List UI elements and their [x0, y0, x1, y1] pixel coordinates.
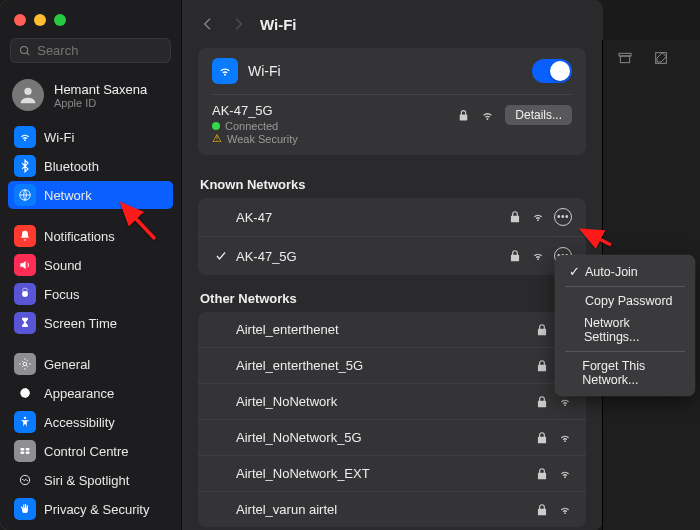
network-name: Airtel_enterthenet	[236, 322, 535, 337]
sidebar-item-label: Bluetooth	[44, 159, 99, 174]
sidebar-item-control-centre[interactable]: Control Centre	[8, 437, 173, 465]
user-sub: Apple ID	[54, 97, 147, 109]
sidebar-item-label: Network	[44, 188, 92, 203]
check-icon	[212, 250, 230, 262]
lock-icon	[535, 431, 549, 445]
hand-icon	[14, 498, 36, 520]
settings-window: Hemant Saxena Apple ID Wi-FiBluetoothNet…	[0, 0, 602, 530]
more-button[interactable]: •••	[554, 208, 572, 226]
current-network-name: AK-47_5G	[212, 103, 457, 118]
context-menu: ✓Auto-Join Copy Password Network Setting…	[555, 255, 695, 396]
bt-icon	[14, 155, 36, 177]
user-name: Hemant Saxena	[54, 82, 147, 97]
sidebar-item-appearance[interactable]: Appearance	[8, 379, 173, 407]
access-icon	[14, 411, 36, 433]
search-icon	[19, 44, 31, 58]
wifi-signal-icon	[558, 431, 572, 445]
lock-icon	[508, 210, 522, 224]
wifi-signal-icon	[558, 467, 572, 481]
sidebar-item-wi-fi[interactable]: Wi-Fi	[8, 123, 173, 151]
globe-icon	[14, 184, 36, 206]
network-name: Airtel_NoNetwork_EXT	[236, 466, 535, 481]
lock-icon	[535, 503, 549, 517]
page-title: Wi-Fi	[260, 16, 297, 33]
network-name: Airtel_varun airtel	[236, 502, 535, 517]
content-pane: Wi-Fi Wi-Fi AK-47_5G Connected ⚠Weak Sec…	[182, 0, 602, 530]
svg-line-1	[27, 52, 30, 55]
gear-icon	[14, 353, 36, 375]
siri-icon	[14, 469, 36, 491]
svg-rect-11	[26, 452, 30, 454]
compose-icon[interactable]	[653, 50, 669, 66]
minimize-button[interactable]	[34, 14, 46, 26]
sidebar-item-label: Notifications	[44, 229, 115, 244]
network-row[interactable]: Airtel_enterthenet	[198, 312, 586, 348]
sidebar-item-label: Focus	[44, 287, 79, 302]
header: Wi-Fi	[182, 0, 602, 42]
wifi-signal-icon	[558, 395, 572, 409]
search-field[interactable]	[10, 38, 171, 63]
lock-icon	[535, 359, 549, 373]
sidebar-item-siri-spotlight[interactable]: Siri & Spotlight	[8, 466, 173, 494]
svg-rect-8	[20, 448, 24, 450]
network-row[interactable]: Airtel_varun airtel	[198, 492, 586, 527]
network-row[interactable]: AK-47_5G•••	[198, 237, 586, 275]
sidebar-item-network[interactable]: Network	[8, 181, 173, 209]
status-dot-icon	[212, 122, 220, 130]
wifi-signal-icon	[558, 503, 572, 517]
sidebar-item-screen-time[interactable]: Screen Time	[8, 309, 173, 337]
menu-network-settings[interactable]: Network Settings...	[555, 312, 695, 348]
sidebar-item-label: Wi-Fi	[44, 130, 74, 145]
sidebar-item-bluetooth[interactable]: Bluetooth	[8, 152, 173, 180]
sidebar-item-sound[interactable]: Sound	[8, 251, 173, 279]
menu-forget-network[interactable]: Forget This Network...	[555, 355, 695, 391]
search-input[interactable]	[37, 43, 162, 58]
network-row[interactable]: Airtel_enterthenet_5G	[198, 348, 586, 384]
known-networks-list: AK-47•••AK-47_5G•••	[198, 198, 586, 275]
sidebar-item-notifications[interactable]: Notifications	[8, 222, 173, 250]
menu-auto-join[interactable]: ✓Auto-Join	[555, 260, 695, 283]
bell-icon	[14, 225, 36, 247]
wifi-toggle[interactable]	[532, 59, 572, 83]
network-row[interactable]: Airtel_NoNetwork_5G	[198, 420, 586, 456]
lock-icon	[535, 323, 549, 337]
wifi-icon	[14, 126, 36, 148]
sidebar-item-label: Appearance	[44, 386, 114, 401]
sidebar: Hemant Saxena Apple ID Wi-FiBluetoothNet…	[0, 0, 182, 530]
svg-rect-10	[20, 452, 24, 454]
sidebar-item-privacy-security[interactable]: Privacy & Security	[8, 495, 173, 523]
forward-button[interactable]	[230, 14, 246, 34]
sidebar-item-accessibility[interactable]: Accessibility	[8, 408, 173, 436]
wifi-signal-icon	[531, 210, 545, 224]
sidebar-item-label: Sound	[44, 258, 82, 273]
sidebar-item-focus[interactable]: Focus	[8, 280, 173, 308]
maximize-button[interactable]	[54, 14, 66, 26]
network-row[interactable]: Airtel_NoNetwork_EXT	[198, 456, 586, 492]
focus-icon	[14, 283, 36, 305]
svg-rect-18	[620, 56, 629, 63]
sidebar-list: Wi-FiBluetoothNetworkNotificationsSoundF…	[0, 123, 181, 530]
sound-icon	[14, 254, 36, 276]
other-networks-heading: Other Networks	[200, 291, 584, 306]
current-network-warning: ⚠Weak Security	[212, 132, 457, 145]
network-row[interactable]: Airtel_NoNetwork	[198, 384, 586, 420]
svg-point-0	[21, 46, 28, 53]
sidebar-item-general[interactable]: General	[8, 350, 173, 378]
lock-icon	[535, 467, 549, 481]
current-network-status: Connected	[212, 120, 457, 132]
close-button[interactable]	[14, 14, 26, 26]
other-networks-list: Airtel_enterthenetAirtel_enterthenet_5GA…	[198, 312, 586, 527]
lock-icon	[457, 109, 470, 122]
details-button[interactable]: Details...	[505, 105, 572, 125]
wifi-panel: Wi-Fi AK-47_5G Connected ⚠Weak Security …	[198, 48, 586, 155]
network-row[interactable]: AK-47•••	[198, 198, 586, 237]
back-button[interactable]	[200, 14, 216, 34]
svg-point-5	[23, 362, 27, 366]
apple-id-row[interactable]: Hemant Saxena Apple ID	[0, 73, 181, 123]
lock-icon	[535, 395, 549, 409]
archive-icon[interactable]	[617, 50, 633, 66]
avatar	[12, 79, 44, 111]
menu-copy-password[interactable]: Copy Password	[555, 290, 695, 312]
sidebar-item-label: Screen Time	[44, 316, 117, 331]
network-name: AK-47_5G	[236, 249, 508, 264]
